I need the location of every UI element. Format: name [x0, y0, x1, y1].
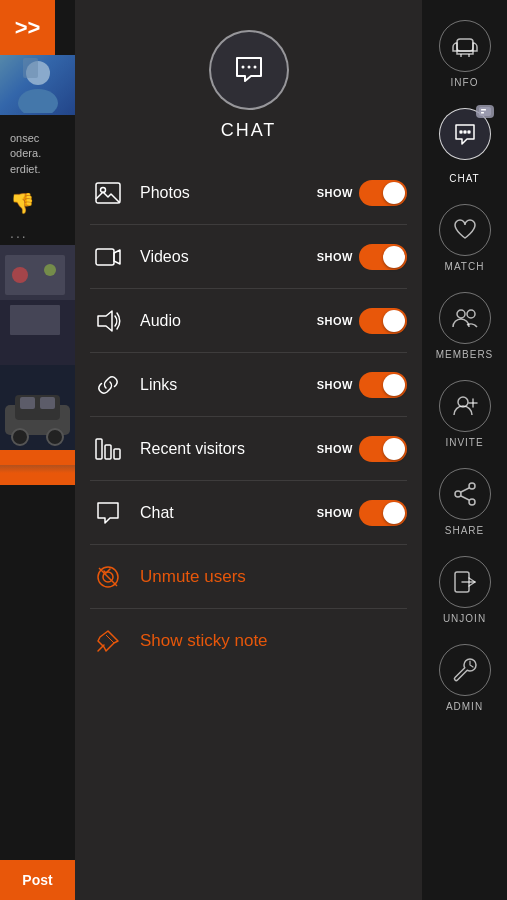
nav-members[interactable]: MEMBERS	[422, 284, 507, 368]
armchair-icon	[452, 33, 478, 59]
recent-visitors-toggle[interactable]: SHOW	[317, 436, 407, 462]
photos-label: Photos	[140, 184, 317, 202]
chat-item-toggle-knob	[383, 502, 405, 524]
right-sidebar: INFO CHAT	[422, 0, 507, 900]
svg-rect-24	[96, 439, 102, 459]
nav-info[interactable]: INFO	[422, 12, 507, 96]
chat-item-label: Chat	[140, 504, 317, 522]
nav-match[interactable]: MATCH	[422, 196, 507, 280]
unmute-icon	[90, 559, 125, 594]
nav-unjoin[interactable]: UNJOIN	[422, 548, 507, 632]
videos-toggle-switch[interactable]	[359, 244, 407, 270]
svg-rect-36	[479, 107, 491, 116]
left-sidebar: >> onsec odera. erdiet. 👎 ...	[0, 0, 75, 900]
svg-point-19	[253, 66, 256, 69]
avatar	[0, 55, 75, 115]
chat-badge-icon	[479, 107, 491, 116]
chat-item: Chat SHOW	[90, 481, 407, 545]
svg-point-17	[241, 66, 244, 69]
thumbs-down-icon[interactable]: 👎	[0, 185, 75, 221]
match-nav-circle	[439, 204, 491, 256]
sidebar-dots[interactable]: ...	[0, 221, 75, 245]
graffiti-thumbnail	[0, 245, 75, 365]
svg-point-46	[469, 499, 475, 505]
svg-rect-26	[114, 449, 120, 459]
chat-item-toggle[interactable]: SHOW	[317, 500, 407, 526]
links-toggle-switch[interactable]	[359, 372, 407, 398]
svg-rect-37	[481, 109, 486, 111]
photos-toggle-label: SHOW	[317, 187, 353, 199]
info-nav-label: INFO	[451, 77, 479, 88]
chat-bubble-icon	[452, 121, 478, 147]
chat-main-icon	[229, 50, 269, 90]
chat-item-toggle-label: SHOW	[317, 507, 353, 519]
chat-item-toggle-switch[interactable]	[359, 500, 407, 526]
links-toggle-label: SHOW	[317, 379, 353, 391]
invite-nav-label: INVITE	[445, 437, 483, 448]
avatar-image	[0, 55, 75, 115]
audio-toggle-switch[interactable]	[359, 308, 407, 334]
videos-toggle-label: SHOW	[317, 251, 353, 263]
recent-visitors-item: Recent visitors SHOW	[90, 417, 407, 481]
photos-item: Photos SHOW	[90, 161, 407, 225]
share-nav-label: SHARE	[445, 525, 484, 536]
nav-admin[interactable]: ADMIN	[422, 636, 507, 720]
admin-nav-label: ADMIN	[446, 701, 483, 712]
recent-visitors-toggle-label: SHOW	[317, 443, 353, 455]
svg-rect-16	[0, 450, 75, 465]
sticky-note-item[interactable]: Show sticky note	[90, 609, 407, 672]
videos-toggle-knob	[383, 246, 405, 268]
links-toggle[interactable]: SHOW	[317, 372, 407, 398]
links-label: Links	[140, 376, 317, 394]
nav-invite[interactable]: INVITE	[422, 372, 507, 456]
post-button[interactable]: Post	[0, 860, 75, 900]
audio-toggle[interactable]: SHOW	[317, 308, 407, 334]
audio-icon	[90, 303, 125, 338]
svg-rect-22	[96, 249, 114, 265]
svg-point-15	[47, 429, 63, 445]
videos-label: Videos	[140, 248, 317, 266]
recent-visitors-toggle-switch[interactable]	[359, 436, 407, 462]
back-icon: >>	[15, 15, 41, 41]
share-icon	[452, 481, 478, 507]
svg-point-39	[457, 310, 465, 318]
svg-marker-23	[98, 311, 112, 331]
recent-visitors-label: Recent visitors	[140, 440, 317, 458]
nav-share[interactable]: SHARE	[422, 460, 507, 544]
videos-toggle[interactable]: SHOW	[317, 244, 407, 270]
sidebar-text: onsec odera. erdiet.	[0, 123, 75, 185]
svg-point-1	[18, 89, 58, 113]
svg-rect-25	[105, 445, 111, 459]
svg-point-34	[463, 131, 465, 133]
exit-icon	[452, 569, 478, 595]
person-add-icon	[452, 393, 478, 419]
photos-icon	[90, 175, 125, 210]
chat-icon-circle	[209, 30, 289, 110]
svg-point-7	[44, 264, 56, 276]
links-item: Links SHOW	[90, 353, 407, 417]
chat-badge	[476, 105, 494, 118]
wrench-icon	[452, 657, 478, 683]
sidebar-content: onsec odera. erdiet. 👎 ...	[0, 115, 75, 860]
videos-icon	[90, 239, 125, 274]
invite-nav-circle	[439, 380, 491, 432]
svg-point-14	[12, 429, 28, 445]
svg-point-44	[469, 483, 475, 489]
svg-point-33	[459, 131, 461, 133]
back-button[interactable]: >>	[0, 0, 55, 55]
audio-label: Audio	[140, 312, 317, 330]
menu-list: Photos SHOW Videos SHOW	[75, 161, 422, 672]
share-nav-circle	[439, 468, 491, 520]
svg-point-35	[467, 131, 469, 133]
photos-toggle-switch[interactable]	[359, 180, 407, 206]
admin-nav-circle	[439, 644, 491, 696]
recent-visitors-icon	[90, 431, 125, 466]
photos-toggle-knob	[383, 182, 405, 204]
car-thumbnail	[0, 365, 75, 465]
svg-line-47	[461, 488, 469, 492]
nav-chat[interactable]: CHAT	[422, 100, 507, 192]
photos-toggle[interactable]: SHOW	[317, 180, 407, 206]
links-icon	[90, 367, 125, 402]
unmute-users-item[interactable]: Unmute users	[90, 545, 407, 609]
audio-toggle-knob	[383, 310, 405, 332]
